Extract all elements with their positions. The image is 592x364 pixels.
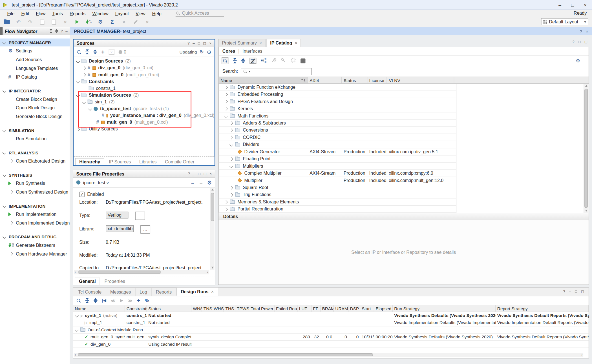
sidebar-item-settings[interactable]: ⚙Settings [0, 46, 70, 55]
collapse-all-icon[interactable] [49, 29, 52, 33]
expand-all-icon[interactable] [241, 58, 245, 63]
column[interactable]: THS [224, 305, 235, 312]
column[interactable]: TNS [202, 305, 212, 312]
chevron-right-icon[interactable] [76, 127, 80, 131]
column[interactable]: Elapsed [374, 305, 393, 312]
settings-button[interactable]: ⚙ [98, 19, 103, 25]
column[interactable]: Constraints [125, 305, 147, 312]
column[interactable]: DSP [348, 305, 360, 312]
sidebar-section-ip-integrator[interactable]: IP INTEGRATOR [0, 87, 70, 95]
run-button[interactable] [74, 19, 80, 25]
add-sources-icon[interactable]: + [101, 49, 105, 55]
key-icon[interactable] [281, 57, 286, 64]
column[interactable]: Name [73, 305, 125, 312]
tab-tcl-console[interactable]: Tcl Console [74, 288, 106, 296]
properties-settings-icon[interactable]: ⚙ [207, 179, 212, 185]
step-back-icon[interactable]: ≪ [111, 298, 116, 303]
close-icon[interactable]: × [209, 41, 211, 45]
tab-log[interactable]: Log [135, 288, 152, 296]
help-icon[interactable]: ? [563, 289, 565, 294]
run-row-synth-1[interactable]: ▷synth_1 (active) constrs_1 Not started … [73, 312, 589, 319]
tree-row[interactable]: sim_1 (2) [74, 99, 215, 105]
column[interactable]: TPWS [235, 305, 249, 312]
column[interactable]: Total Power [249, 305, 275, 312]
open-project-button[interactable] [4, 19, 10, 25]
type-input[interactable]: Verilog [106, 212, 128, 218]
vertical-scrollbar[interactable] [210, 188, 215, 270]
wrench-icon[interactable] [271, 57, 277, 64]
sidebar-section-simulation[interactable]: SIMULATION [0, 126, 70, 134]
close-icon[interactable]: × [295, 41, 297, 45]
abort-button[interactable]: × [144, 19, 150, 25]
sidebar-section-program-and-debug[interactable]: PROGRAM AND DEBUG [0, 233, 70, 241]
column[interactable]: Run Strategy [393, 305, 496, 312]
column[interactable]: BRAM [321, 305, 334, 312]
minimize-icon[interactable]: – [193, 41, 195, 45]
ip-tree-row[interactable]: Floating Point [218, 156, 456, 163]
tree-row[interactable]: tb_ipcore_test (ipcore_test.v) (1) [74, 105, 215, 112]
context-close-icon[interactable]: × [586, 29, 588, 33]
window-close-button[interactable]: × [584, 2, 587, 8]
undo-button[interactable]: ↶ [16, 19, 21, 25]
chevron-down-icon[interactable] [75, 328, 79, 332]
sources-panel-header[interactable]: Sources ? – □ ◻ × [74, 40, 215, 47]
float-icon[interactable]: ◻ [584, 40, 587, 44]
menu-flow[interactable]: Flow [32, 11, 49, 16]
close-icon[interactable]: × [259, 41, 262, 45]
column[interactable]: Status [147, 305, 191, 312]
sidebar-item-generate-bitstream[interactable]: 0110Generate Bitstream [0, 241, 70, 249]
collapse-all-icon[interactable] [85, 49, 89, 54]
minimize-icon[interactable]: – [569, 289, 571, 294]
tree-row[interactable]: #your_instance_name : div_gen_0 (div_gen… [74, 112, 215, 119]
subnav-interfaces[interactable]: Interfaces [242, 48, 262, 54]
copy-button[interactable] [39, 19, 45, 25]
chevron-right-icon[interactable] [229, 157, 233, 161]
column[interactable]: Failed Routes [275, 305, 298, 312]
sidebar-item-open-hardware-manager[interactable]: Open Hardware Manager [0, 249, 70, 258]
maximize-icon[interactable]: □ [575, 289, 577, 294]
tab-general[interactable]: General [75, 278, 100, 285]
ip-tree-row[interactable]: Dynamic Function eXchange [218, 84, 456, 91]
column[interactable]: Report Strategy [496, 305, 588, 312]
ip-search-input[interactable]: ▾ [241, 68, 312, 75]
column-axi4[interactable]: AXI4 [308, 77, 342, 83]
expand-all-icon[interactable] [94, 298, 97, 303]
sidebar-item-generate-block-design[interactable]: Generate Block Design [0, 112, 70, 121]
ip-tree-row[interactable]: Memories & Storage Elements [218, 198, 456, 205]
layout-selector[interactable]: Default Layout ▾ [541, 18, 588, 25]
ip-tree-row[interactable]: Multipliers [218, 163, 456, 170]
collapse-all-icon[interactable] [85, 298, 89, 303]
forward-icon[interactable]: → [199, 180, 203, 185]
grip-icon[interactable] [0, 27, 3, 35]
menu-help[interactable]: Help [149, 11, 165, 16]
chevron-right-icon[interactable] [82, 73, 86, 77]
window-minimize-button[interactable]: – [558, 2, 561, 8]
chevron-down-icon[interactable] [76, 80, 80, 83]
menu-window[interactable]: Window [89, 11, 112, 16]
messages-badge[interactable]: 0 [118, 49, 126, 55]
help-icon[interactable]: ? [572, 40, 574, 44]
tab-compile-order[interactable]: Compile Order [161, 158, 198, 165]
ip-tree-row[interactable]: FPGA Features and Design [218, 98, 456, 105]
chevron-down-icon[interactable] [82, 100, 86, 104]
ip-tree-row[interactable]: Embedded Processing [218, 91, 456, 98]
menu-file[interactable]: File [4, 11, 18, 16]
column[interactable]: WHS [212, 305, 224, 312]
maximize-icon[interactable]: □ [578, 40, 580, 44]
tab-properties[interactable]: Properties [101, 278, 129, 285]
run-row-div-gen[interactable]: ✓div_gen_0 Using cached IP results [73, 341, 589, 348]
delete-button[interactable]: × [62, 19, 68, 25]
sidebar-item-run-implementation[interactable]: Run Implementation [0, 210, 70, 219]
menu-edit[interactable]: Edit [18, 11, 32, 16]
chevron-down-icon[interactable] [229, 164, 233, 168]
collapse-all-icon[interactable] [233, 58, 237, 63]
column-status[interactable]: Status [342, 77, 367, 83]
menu-layout[interactable]: Layout [112, 11, 132, 16]
generate-bitstream-button[interactable]: 0110 [86, 19, 92, 25]
ip-tree-row[interactable]: Multiplier Production Included xilinx.co… [218, 177, 456, 184]
sidebar-item-run-synthesis[interactable]: Run Synthesis [0, 179, 70, 188]
play-icon[interactable]: ▶ [120, 298, 123, 303]
minimize-icon[interactable]: – [193, 172, 195, 176]
subnav-cores[interactable]: Cores [222, 48, 235, 54]
ip-tree-row[interactable]: Divider Generator AXI4-Stream Production… [218, 148, 456, 155]
